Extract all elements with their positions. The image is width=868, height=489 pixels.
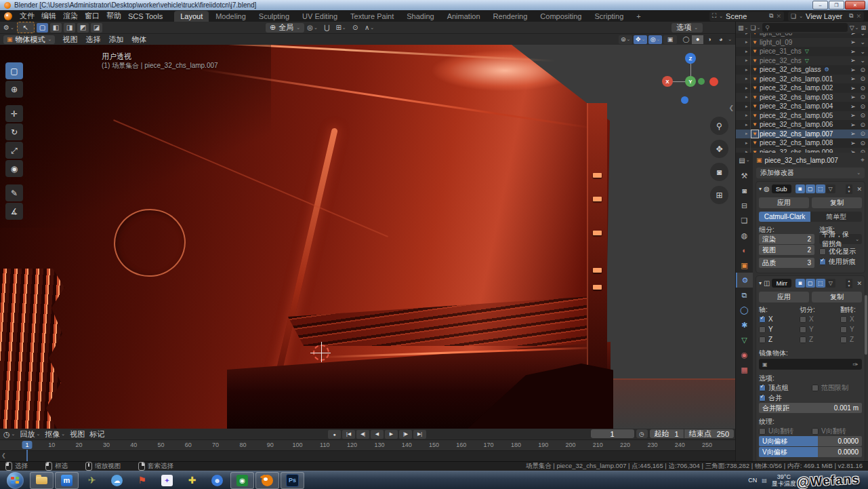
close-button[interactable]: ✕ bbox=[845, 1, 865, 9]
proportional-editing-toggle[interactable]: ⊙ bbox=[349, 23, 361, 33]
unlink-scene-icon[interactable]: ✕ bbox=[777, 13, 782, 20]
cage-toggle[interactable]: ▽ bbox=[826, 184, 835, 193]
gizmo-y-axis[interactable]: Y bbox=[685, 76, 696, 87]
object-name[interactable]: piece_32_chs_glass bbox=[760, 66, 821, 73]
next-keyframe-button[interactable]: |▶ bbox=[399, 430, 412, 439]
remove-modifier-button[interactable]: ✕ bbox=[856, 186, 862, 193]
workspace-tab-sculpting[interactable]: Sculpting bbox=[253, 11, 295, 22]
editor-type-dropdown[interactable]: ▤⌄ bbox=[739, 154, 749, 166]
menu-编辑[interactable]: 编辑 bbox=[38, 11, 60, 21]
solid-shading-button[interactable]: ● bbox=[692, 35, 703, 44]
bisect-x-checkbox[interactable]: X bbox=[800, 314, 838, 324]
disclosure-triangle-icon[interactable]: ▸ bbox=[745, 104, 750, 109]
overlays-dropdown[interactable]: ◎⌄ bbox=[648, 35, 662, 44]
current-frame-field[interactable]: 1 bbox=[591, 429, 634, 438]
selectable-icon[interactable]: ➢ bbox=[850, 66, 856, 73]
visibility-eye-icon[interactable]: ⊙ bbox=[860, 140, 865, 146]
current-frame-indicator[interactable]: 1 bbox=[22, 441, 32, 449]
new-collection-button[interactable]: ⊞ bbox=[861, 24, 866, 31]
merge-limit-field[interactable]: 合并限距0.001 m bbox=[759, 403, 862, 413]
object-data-tab[interactable]: ▽ bbox=[736, 332, 753, 347]
visibility-eye-icon[interactable]: ⊙ bbox=[860, 85, 865, 92]
airplane-app[interactable]: ✈ bbox=[80, 472, 104, 489]
jump-to-end-button[interactable]: ▶| bbox=[413, 430, 426, 439]
selectable-icon[interactable]: ➢ bbox=[850, 112, 856, 119]
object-name[interactable]: piece_32_chs_lamp.007 bbox=[760, 130, 833, 138]
menu-渲染[interactable]: 渲染 bbox=[60, 11, 81, 21]
add-workspace-button[interactable]: + bbox=[630, 11, 646, 22]
add-modifier-dropdown[interactable]: 添加修改器⌄ bbox=[756, 168, 865, 178]
merge-checkbox[interactable]: 合并 bbox=[759, 393, 862, 403]
remove-layer-icon[interactable]: ✕ bbox=[856, 13, 861, 20]
outliner-display-mode-dropdown[interactable]: ▥⌄ bbox=[738, 24, 748, 31]
catmull-clark-button[interactable]: Catmull-Clark bbox=[759, 212, 810, 222]
breadcrumb-object-name[interactable]: piece_32_chs_lamp.007 bbox=[765, 157, 838, 164]
blender-app[interactable] bbox=[255, 472, 279, 489]
camera-view-button[interactable]: ◙ bbox=[710, 163, 728, 181]
selectable-icon[interactable]: ➢ bbox=[850, 130, 856, 137]
viewport-subdiv-field[interactable]: 视图2 bbox=[759, 245, 814, 255]
viewport-visibility-toggle[interactable]: ▢ bbox=[806, 279, 815, 288]
maximize-button[interactable]: ❐ bbox=[829, 1, 844, 9]
bird-app[interactable]: ✦ bbox=[155, 472, 179, 489]
region-collapse-arrow[interactable]: ❮ bbox=[728, 104, 734, 111]
workspace-tab-shading[interactable]: Shading bbox=[400, 11, 440, 22]
flip-z-checkbox[interactable]: Z bbox=[840, 334, 862, 345]
timeline-menu-抠像[interactable]: 抠像⌄ bbox=[45, 429, 65, 439]
viewport-menu-添加[interactable]: 添加 bbox=[107, 35, 125, 45]
menu-窗口[interactable]: 窗口 bbox=[81, 11, 103, 21]
snap-dropdown[interactable]: ⊞⌄ bbox=[335, 23, 347, 33]
disclosure-triangle-icon[interactable]: ▸ bbox=[745, 113, 750, 118]
viewport-menu-选择[interactable]: 选择 bbox=[84, 35, 102, 45]
select-mode-intersect[interactable]: ◪ bbox=[91, 23, 102, 33]
disclosure-triangle-icon[interactable]: ▸ bbox=[745, 122, 750, 128]
language-indicator[interactable]: CN bbox=[748, 477, 757, 484]
object-name[interactable]: piece_32_chs_lamp.004 bbox=[760, 102, 833, 110]
viewport-visibility-toggle[interactable]: ▢ bbox=[806, 184, 815, 193]
scale-tool[interactable]: ⤢ bbox=[5, 142, 23, 159]
editmode-visibility-toggle[interactable]: ⬚ bbox=[816, 184, 825, 193]
material-shading-button[interactable]: ◑ bbox=[703, 35, 715, 44]
timeline-menu-回放[interactable]: 回放⌄ bbox=[20, 429, 40, 439]
workspace-tab-rendering[interactable]: Rendering bbox=[487, 11, 534, 22]
object-name[interactable]: piece_32_chs_lamp.008 bbox=[760, 139, 833, 146]
clipping-checkbox[interactable]: 范围限制 bbox=[812, 383, 862, 393]
workspace-tab-scripting[interactable]: Scripting bbox=[588, 11, 629, 22]
move-modifier-arrows[interactable]: ▲▼ bbox=[846, 184, 853, 194]
jump-to-start-button[interactable]: |◀ bbox=[342, 430, 355, 439]
photoshop-app[interactable]: Ps bbox=[281, 472, 304, 489]
frame-start-field[interactable]: 起始1 bbox=[650, 429, 684, 438]
gizmo-x-axis[interactable]: X bbox=[662, 76, 673, 87]
scene-name[interactable]: Scene bbox=[726, 12, 766, 20]
selectable-icon[interactable]: ➢ bbox=[850, 48, 856, 55]
minimize-button[interactable]: ‒ bbox=[812, 1, 828, 9]
red-flag-app[interactable]: ⚑ bbox=[130, 472, 154, 489]
timeline-track[interactable] bbox=[0, 450, 735, 462]
flip-x-checkbox[interactable]: X bbox=[840, 314, 862, 324]
pan-button[interactable]: ✥ bbox=[710, 140, 728, 158]
hide-icon[interactable]: ⌄ bbox=[860, 48, 865, 55]
outliner-filter-dropdown[interactable]: ▽⌄ bbox=[850, 24, 859, 31]
remove-modifier-button[interactable]: ✕ bbox=[856, 280, 862, 287]
panel-expand-icon[interactable]: ▾ bbox=[759, 280, 762, 286]
visibility-eye-icon[interactable]: ⊙ bbox=[860, 75, 865, 82]
prev-keyframe-button[interactable]: ◀| bbox=[356, 430, 369, 439]
menu-文件[interactable]: 文件 bbox=[16, 11, 38, 21]
render-tab[interactable]: ◙ bbox=[736, 183, 753, 198]
modifiers-tab[interactable]: ⚙ bbox=[736, 273, 753, 288]
workspace-tab-compositing[interactable]: Compositing bbox=[534, 11, 587, 22]
timeline-menu-标记[interactable]: 标记 bbox=[89, 429, 104, 439]
selectable-icon[interactable]: ➢ bbox=[850, 103, 856, 110]
editmode-visibility-toggle[interactable]: ⬚ bbox=[816, 279, 825, 288]
new-layer-icon[interactable]: ⧉ bbox=[849, 12, 853, 20]
outliner-row[interactable]: ▸ ▼ piece_32_chs_lamp.008 ➢⊙ bbox=[736, 138, 868, 148]
output-tab[interactable]: ⊟ bbox=[736, 198, 753, 213]
physics-tab[interactable]: ◯ bbox=[736, 302, 753, 317]
selectable-icon[interactable]: ➢ bbox=[850, 39, 856, 45]
outliner-row[interactable]: ▸ ▼ piece_32_chs▽ ➢⌄ bbox=[736, 56, 868, 66]
outliner-row[interactable]: ▸ ▼ piece_32_chs_lamp.005 ➢⊙ bbox=[736, 111, 868, 121]
selectable-icon[interactable]: ➢ bbox=[850, 94, 856, 100]
selectable-icon[interactable]: ➢ bbox=[850, 85, 856, 92]
face-app[interactable]: ☻ bbox=[205, 472, 229, 489]
move-modifier-arrows[interactable]: ▲▼ bbox=[846, 279, 853, 288]
